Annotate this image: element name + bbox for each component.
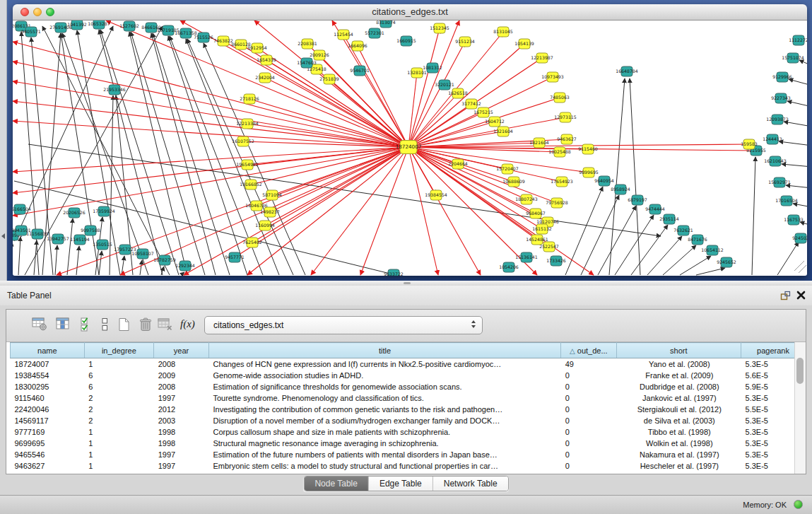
cell-year[interactable]: 1997	[154, 449, 209, 460]
tab-node-table[interactable]: Node Table	[304, 477, 369, 491]
network-node[interactable]: 15751074	[782, 53, 804, 63]
network-node[interactable]: 1125454	[334, 30, 353, 40]
network-node[interactable]: 9227343	[771, 93, 791, 103]
cell-name[interactable]: 9115460	[11, 392, 85, 404]
network-node[interactable]: 2718126	[240, 94, 259, 104]
rows-icon[interactable]	[100, 317, 111, 332]
control-panel-collapse-strip[interactable]	[0, 0, 7, 281]
network-node[interactable]: 9245652	[717, 257, 736, 267]
network-node[interactable]: 15720407	[496, 164, 519, 174]
network-node[interactable]: 159583	[741, 139, 758, 149]
network-node[interactable]: 20206526	[63, 208, 86, 218]
cell-title[interactable]: Investigating the contribution of common…	[208, 404, 560, 415]
network-node[interactable]: 1292344	[175, 261, 195, 271]
network-node[interactable]: 1160994	[255, 221, 275, 230]
table-row[interactable]: 2242004622012Investigating the contribut…	[11, 404, 806, 415]
cell-title[interactable]: Corpus callosum shape and size in male p…	[208, 426, 560, 438]
network-canvas[interactable]: 2086131940557127691406104139210653287152…	[13, 21, 807, 276]
network-node[interactable]: 1167533	[784, 215, 804, 225]
cell-short[interactable]: Yano et al. (2008)	[616, 358, 741, 370]
network-node[interactable]: 19654982	[236, 160, 259, 170]
cell-name[interactable]: 9463627	[11, 460, 85, 472]
network-window-titlebar[interactable]: citations_edges.txt	[13, 4, 807, 21]
cell-in_degree[interactable]: 2	[84, 404, 154, 415]
network-node[interactable]: 1654339	[257, 55, 276, 65]
network-node[interactable]: 9463627	[557, 134, 577, 144]
column-header-short[interactable]: short	[616, 343, 741, 358]
network-node[interactable]: 15136141	[515, 252, 538, 262]
network-node[interactable]: 10653287	[88, 21, 110, 29]
cell-short[interactable]: Nakamura et al. (1997)	[616, 449, 741, 460]
network-node[interactable]: 7515526	[194, 33, 213, 42]
table-row[interactable]: 1872400712008Changes of HCN gene express…	[11, 358, 806, 370]
network-node[interactable]: 1527602	[119, 21, 139, 31]
scrollbar-thumb[interactable]	[796, 358, 804, 384]
network-node[interactable]: 2522547	[539, 242, 559, 252]
cell-name[interactable]: 19384554	[11, 370, 85, 381]
cell-short[interactable]: de Silva et al. (2003)	[616, 415, 741, 426]
table-row[interactable]: 946554611997Estimation of the future num…	[11, 449, 806, 460]
network-node[interactable]: 10025488	[548, 147, 571, 157]
network-node[interactable]: 7625402	[242, 238, 262, 247]
cell-year[interactable]: 1998	[154, 438, 209, 449]
cell-title[interactable]: Disruption of a novel member of a sodium…	[208, 415, 560, 426]
network-node[interactable]: 2204664	[448, 159, 468, 169]
cell-title[interactable]: Genome-wide association studies in ADHD.	[208, 370, 560, 381]
column-header-out_degree[interactable]: △out_de...	[561, 343, 616, 358]
cell-name[interactable]: 14569117	[11, 415, 85, 426]
cell-year[interactable]: 1997	[154, 392, 209, 404]
cell-year[interactable]: 2008	[154, 381, 209, 392]
network-node[interactable]: 21953346	[103, 85, 126, 95]
table-mode-icon[interactable]	[32, 317, 47, 331]
network-node[interactable]: 10958107	[131, 249, 154, 259]
column-header-year[interactable]: year	[154, 343, 209, 358]
cell-name[interactable]: 18300295	[11, 381, 85, 392]
cell-out_degree[interactable]: 0	[561, 460, 616, 472]
cell-in_degree[interactable]: 1	[84, 426, 154, 438]
network-node[interactable]: 10688609	[502, 177, 525, 187]
cell-year[interactable]: 1997	[154, 460, 209, 472]
network-node[interactable]: 16107552	[232, 136, 254, 146]
vertical-scrollbar[interactable]	[794, 342, 806, 474]
network-node[interactable]: 17654923	[551, 177, 573, 187]
network-node[interactable]: 1660915	[396, 36, 416, 46]
cell-in_degree[interactable]: 6	[84, 381, 154, 392]
network-node[interactable]: 1112272	[789, 35, 807, 45]
cell-out_degree[interactable]: 0	[561, 404, 616, 415]
panel-divider[interactable]	[0, 281, 812, 286]
divider-grip-icon[interactable]	[404, 282, 411, 284]
cell-short[interactable]: Hescheler et al. (1997)	[616, 460, 741, 472]
network-node[interactable]: 6879197	[628, 195, 647, 205]
network-node[interactable]: 3220121	[435, 80, 454, 90]
cell-short[interactable]: Wolkin et al. (1998)	[616, 438, 741, 449]
network-node[interactable]: 16782759	[153, 255, 176, 265]
cell-out_degree[interactable]: 0	[561, 415, 616, 426]
table-row[interactable]: 1938455462009Genome-wide association stu…	[11, 370, 806, 381]
network-node[interactable]: 16648784	[616, 66, 638, 76]
tab-edge-table[interactable]: Edge Table	[369, 477, 433, 491]
close-icon[interactable]	[796, 291, 806, 300]
cell-out_degree[interactable]: 0	[561, 381, 616, 392]
cell-short[interactable]: Franke et al. (2009)	[616, 370, 741, 381]
row-check-icon[interactable]	[80, 317, 94, 332]
network-node[interactable]: 1145194	[70, 235, 90, 245]
table-row[interactable]: 911546021997Tourette syndrome. Phenomeno…	[11, 392, 806, 404]
cell-in_degree[interactable]: 1	[84, 460, 154, 472]
zoom-traffic-light[interactable]	[46, 8, 54, 16]
network-node[interactable]: 9115460	[578, 144, 598, 154]
network-node[interactable]: 1244413	[763, 134, 782, 144]
network-node[interactable]: 1498237	[260, 207, 280, 217]
network-node[interactable]: 1615132	[532, 224, 552, 234]
cell-year[interactable]: 2009	[154, 370, 209, 381]
network-node[interactable]: 9129966	[772, 72, 792, 82]
network-node[interactable]: 5572301	[365, 28, 384, 38]
table-row[interactable]: 977716911998Corpus callosum shape and si…	[11, 426, 806, 438]
tab-network-table[interactable]: Network Table	[433, 477, 508, 491]
network-node[interactable]: 18807243	[515, 194, 538, 204]
network-node[interactable]: 1604712	[485, 117, 505, 127]
cell-short[interactable]: Jankovic et al. (1997)	[616, 392, 741, 404]
network-node[interactable]: 16210643	[764, 156, 787, 166]
cell-short[interactable]: Tibbo et al. (1998)	[616, 426, 741, 438]
network-node[interactable]: 8912954	[247, 43, 267, 53]
cell-in_degree[interactable]: 2	[84, 392, 154, 404]
